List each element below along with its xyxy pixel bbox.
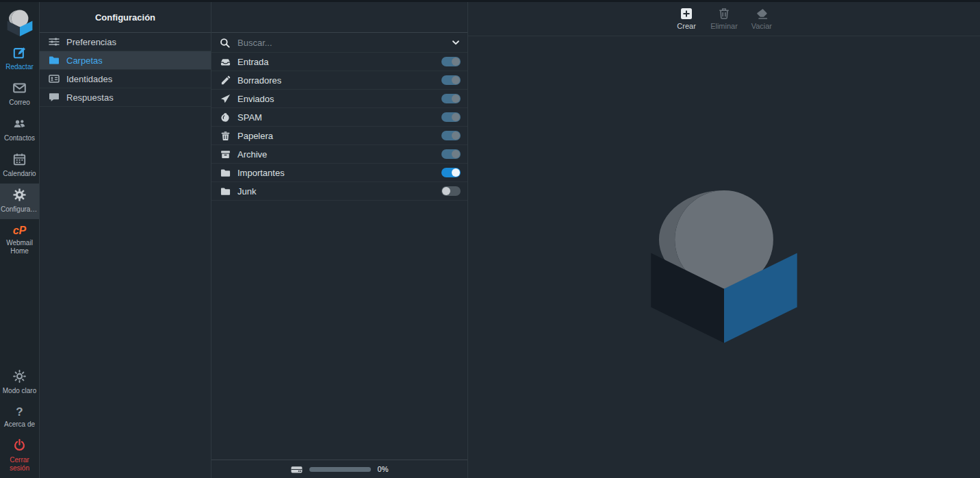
inbox-icon [220,57,231,67]
folder-toggle[interactable] [441,186,461,196]
sidebar: Redactar Correo Contactos Calendario [0,2,40,478]
settings-item-label: Identidades [66,74,112,84]
trash-icon [220,131,231,141]
folder-toggle[interactable] [441,94,461,103]
sidebar-item-label: Correo [1,99,38,107]
archive-icon [220,149,231,160]
disk-icon [291,464,302,475]
quota-bar: 0% [211,460,467,478]
folder-row-junk[interactable]: Junk [211,182,467,201]
watermark-area [468,36,980,478]
chevron-down-icon[interactable] [451,38,461,47]
folder-searchbar [211,33,467,53]
roundcube-watermark-logo [645,172,803,343]
cpanel-icon: cP [1,224,38,237]
folders-panel: Entrada Borradores Enviados [211,2,468,478]
chat-bubble-icon [49,92,60,103]
folder-name: Enviados [237,94,435,104]
folder-name: Junk [237,186,435,197]
create-folder-button[interactable]: Crear [673,8,699,30]
sun-icon [13,370,26,383]
folder-name: Entrada [237,57,435,67]
id-card-icon [49,73,60,84]
compose-icon [13,46,26,59]
sidebar-item-webmail-home[interactable]: cP Webmail Home [0,219,39,261]
settings-item-label: Preferencias [66,37,116,47]
delete-folder-button: Eliminar [710,8,738,30]
sidebar-item-label: Acerca de [1,420,38,429]
calendar-icon [13,153,26,166]
empty-folder-button: Vaciar [749,8,775,30]
folder-row-sent[interactable]: Enviados [211,90,467,108]
content-area: Crear Eliminar Vaciar [468,2,980,478]
folder-row-archive[interactable]: Archive [211,145,467,164]
folder-toggle[interactable] [441,75,461,85]
sidebar-item-settings[interactable]: Configuraci... [0,184,39,219]
folder-icon [49,55,60,66]
toolbar-button-label: Crear [677,22,696,30]
sidebar-item-label: Contactos [1,134,38,142]
settings-item-folders[interactable]: Carpetas [40,51,211,70]
sidebar-item-light-mode[interactable]: Modo claro [0,365,39,401]
folder-row-importantes[interactable]: Importantes [211,164,467,182]
folder-name: Archive [237,149,435,160]
power-icon [13,439,26,452]
roundcube-logo-icon [6,7,34,38]
settings-item-responses[interactable]: Respuestas [40,88,211,107]
eraser-icon [756,8,768,20]
sidebar-item-label: Webmail Home [1,239,38,255]
delete-trash-icon [718,8,730,20]
folder-toggle[interactable] [441,57,461,66]
toolbar-button-label: Vaciar [751,22,772,30]
folders-panel-header [211,2,467,33]
quota-progress-track [309,467,371,472]
folder-toggle[interactable] [441,131,461,140]
sidebar-item-mail[interactable]: Correo [0,77,39,112]
folder-row-inbox[interactable]: Entrada [211,53,467,71]
folder-toggle[interactable] [441,112,461,122]
settings-gear-icon [13,188,26,201]
webmail-settings-window: Redactar Correo Contactos Calendario [0,0,980,478]
settings-panel-title: Configuración [40,2,211,33]
folder-name: Papelera [237,131,435,141]
mail-icon [13,81,26,95]
settings-item-preferences[interactable]: Preferencias [40,33,211,51]
sidebar-item-calendar[interactable]: Calendario [0,148,39,184]
question-icon: ? [1,405,38,418]
paper-plane-icon [220,94,231,104]
settings-panel: Configuración Preferencias Carpetas [40,2,211,478]
sidebar-item-about[interactable]: ? Acerca de [0,401,39,434]
quota-percent-label: 0% [378,465,389,473]
settings-item-label: Respuestas [66,92,114,103]
sliders-icon [49,36,60,47]
folder-toolbar: Crear Eliminar Vaciar [468,2,980,36]
contacts-icon [13,117,26,130]
folder-row-trash[interactable]: Papelera [211,127,467,145]
folder-icon [220,168,231,178]
sidebar-item-label: Cerrar sesión [1,456,38,473]
sidebar-item-label: Modo claro [1,387,38,395]
folder-row-spam[interactable]: SPAM [211,108,467,127]
fireball-icon [220,112,231,123]
sidebar-item-label: Configuraci... [1,205,38,214]
search-icon [220,38,230,48]
create-plus-icon [680,8,693,20]
folder-list: Entrada Borradores Enviados [211,53,467,201]
folder-name: Importantes [237,168,435,178]
folder-name: Borradores [237,75,435,86]
sidebar-item-label: Calendario [1,170,38,178]
pencil-icon [220,75,231,86]
toolbar-button-label: Eliminar [710,22,738,30]
settings-item-identities[interactable]: Identidades [40,70,211,88]
folder-toggle[interactable] [441,168,461,177]
sidebar-item-compose[interactable]: Redactar [0,41,39,77]
search-input[interactable] [236,37,445,49]
folder-name: SPAM [237,112,435,123]
settings-item-label: Carpetas [66,55,103,66]
folder-icon [220,186,231,197]
folder-toggle[interactable] [441,149,461,159]
sidebar-item-contacts[interactable]: Contactos [0,112,39,148]
folder-row-drafts[interactable]: Borradores [211,71,467,90]
sidebar-item-logout[interactable]: Cerrar sesión [0,434,39,478]
sidebar-item-label: Redactar [1,63,38,71]
